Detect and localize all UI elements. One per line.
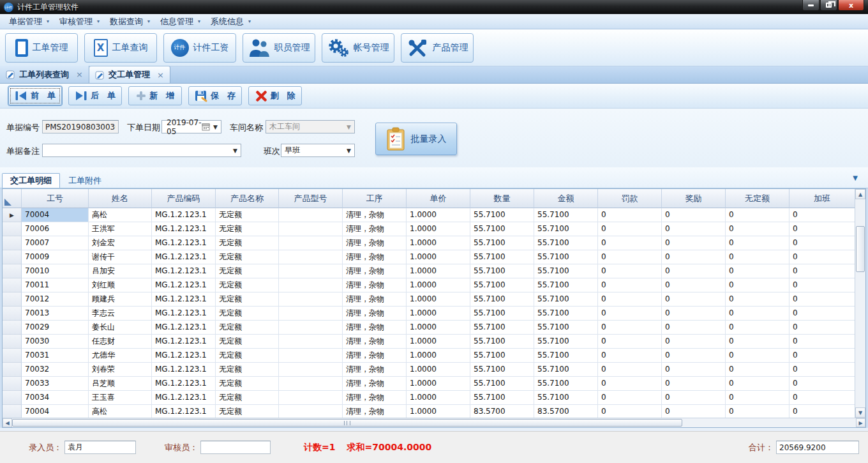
- grid-cell[interactable]: 0: [662, 250, 726, 264]
- column-header-5[interactable]: 工序: [343, 189, 407, 208]
- grid-cell[interactable]: 70033: [22, 377, 89, 391]
- column-header-0[interactable]: 工号: [22, 189, 89, 208]
- grid-cell[interactable]: 1.0000: [407, 321, 470, 335]
- grid-cell[interactable]: 1.0000: [407, 363, 470, 377]
- grid-cell[interactable]: 83.5700: [470, 405, 534, 418]
- grid-cell[interactable]: 0: [726, 405, 789, 418]
- row-selector[interactable]: [3, 349, 22, 363]
- scroll-left-icon[interactable]: ◀: [3, 418, 12, 427]
- grid-cell[interactable]: 无定额: [216, 236, 279, 250]
- grid-cell[interactable]: 55.7100: [534, 363, 598, 377]
- grid-cell[interactable]: 55.7100: [470, 208, 534, 222]
- grid-cell[interactable]: 1.0000: [407, 349, 470, 363]
- grid-cell[interactable]: MG.1.2.123.1: [152, 236, 216, 250]
- grid-cell[interactable]: 55.7100: [534, 292, 598, 307]
- grid-cell[interactable]: 无定额: [216, 250, 279, 264]
- grid-cell[interactable]: 清理，杂物: [343, 363, 407, 377]
- grid-cell[interactable]: 无定额: [216, 335, 279, 349]
- grid-cell[interactable]: 清理，杂物: [343, 321, 407, 335]
- row-selector[interactable]: [3, 278, 22, 292]
- grid-cell[interactable]: 无定额: [216, 292, 279, 307]
- grid-cell[interactable]: 0: [662, 377, 726, 391]
- vertical-scroll-track[interactable]: [855, 199, 865, 407]
- column-header-7[interactable]: 数量: [470, 189, 534, 208]
- grid-cell[interactable]: 55.7100: [534, 264, 598, 278]
- grid-cell[interactable]: 吕加安: [89, 264, 152, 278]
- auditor-field[interactable]: [200, 441, 271, 454]
- grid-cell[interactable]: 55.7100: [534, 307, 598, 321]
- grid-cell[interactable]: [279, 264, 343, 278]
- entry-clerk-field[interactable]: [64, 441, 136, 454]
- grid-cell[interactable]: 0: [598, 264, 662, 278]
- grid-cell[interactable]: 0: [598, 363, 662, 377]
- grid-cell[interactable]: 清理，杂物: [343, 222, 407, 236]
- close-button[interactable]: x: [838, 0, 864, 11]
- grid-cell[interactable]: 70029: [22, 321, 89, 335]
- horizontal-scroll-track[interactable]: [12, 418, 856, 427]
- grid-cell[interactable]: [279, 278, 343, 292]
- grid-cell[interactable]: 1.0000: [407, 236, 470, 250]
- shift-select[interactable]: 早班 ▼: [281, 144, 355, 157]
- grid-cell[interactable]: 0: [726, 363, 789, 377]
- column-header-9[interactable]: 罚款: [598, 189, 662, 208]
- grid-cell[interactable]: 0: [598, 349, 662, 363]
- grid-cell[interactable]: [279, 250, 343, 264]
- grid-cell[interactable]: 55.7100: [534, 222, 598, 236]
- grid-cell[interactable]: 清理，杂物: [343, 208, 407, 222]
- grid-cell[interactable]: 0: [789, 391, 855, 405]
- row-selector[interactable]: ▶: [3, 208, 22, 222]
- grid-cell[interactable]: 0: [598, 377, 662, 391]
- grid-cell[interactable]: 0: [789, 363, 855, 377]
- menu-item-system[interactable]: 系统信息 ▾: [206, 15, 256, 28]
- grid-cell[interactable]: 任志财: [89, 335, 152, 349]
- grid-cell[interactable]: 清理，杂物: [343, 278, 407, 292]
- grid-cell[interactable]: 0: [662, 222, 726, 236]
- grid-cell[interactable]: MG.1.2.123.1: [152, 307, 216, 321]
- grid-cell[interactable]: 55.7100: [470, 264, 534, 278]
- grid-cell[interactable]: 0: [662, 278, 726, 292]
- grid-cell[interactable]: 无定额: [216, 321, 279, 335]
- grid-cell[interactable]: 0: [789, 377, 855, 391]
- grid-cell[interactable]: 清理，杂物: [343, 250, 407, 264]
- grid-cell[interactable]: 无定额: [216, 391, 279, 405]
- grid-cell[interactable]: 0: [662, 391, 726, 405]
- grid-cell[interactable]: 70012: [22, 292, 89, 307]
- grid-cell[interactable]: [279, 236, 343, 250]
- grid-cell[interactable]: 55.7100: [470, 307, 534, 321]
- grid-cell[interactable]: 无定额: [216, 278, 279, 292]
- grid-cell[interactable]: 0: [789, 250, 855, 264]
- grid-cell[interactable]: 0: [726, 335, 789, 349]
- grid-cell[interactable]: 1.0000: [407, 292, 470, 307]
- grid-cell[interactable]: 1.0000: [407, 391, 470, 405]
- grid-cell[interactable]: 1.0000: [407, 377, 470, 391]
- grid-cell[interactable]: 无定额: [216, 349, 279, 363]
- grid-cell[interactable]: 0: [789, 335, 855, 349]
- grid-cell[interactable]: 1.0000: [407, 222, 470, 236]
- grid-cell[interactable]: 0: [662, 335, 726, 349]
- grid-cell[interactable]: [279, 222, 343, 236]
- grid-cell[interactable]: [279, 349, 343, 363]
- grid-cell[interactable]: 0: [726, 377, 789, 391]
- grid-cell[interactable]: 0: [598, 236, 662, 250]
- grid-cell[interactable]: 无定额: [216, 363, 279, 377]
- grid-cell[interactable]: 70004: [22, 405, 89, 418]
- grid-cell[interactable]: 0: [726, 349, 789, 363]
- grid-cell[interactable]: 55.7100: [470, 391, 534, 405]
- grid-cell[interactable]: 55.7100: [534, 349, 598, 363]
- grid-cell[interactable]: 0: [662, 236, 726, 250]
- action-button-prev-order[interactable]: 前 单: [8, 86, 62, 105]
- tab-work-order-attachment[interactable]: 工单附件: [60, 173, 110, 188]
- grid-cell[interactable]: 0: [789, 236, 855, 250]
- grid-cell[interactable]: 高松: [89, 405, 152, 418]
- row-selector[interactable]: [3, 405, 22, 418]
- grid-cell[interactable]: 70030: [22, 335, 89, 349]
- grid-cell[interactable]: 55.7100: [534, 377, 598, 391]
- grid-cell[interactable]: 55.7100: [470, 377, 534, 391]
- grid-cell[interactable]: 70007: [22, 236, 89, 250]
- grid-cell[interactable]: 无定额: [216, 405, 279, 418]
- column-header-4[interactable]: 产品型号: [279, 189, 343, 208]
- grid-cell[interactable]: 70011: [22, 278, 89, 292]
- grid-cell[interactable]: 70031: [22, 349, 89, 363]
- grid-cell[interactable]: 顾建兵: [89, 292, 152, 307]
- doc-tab-delivery-order-mgmt[interactable]: 交工单管理 ×: [89, 66, 170, 83]
